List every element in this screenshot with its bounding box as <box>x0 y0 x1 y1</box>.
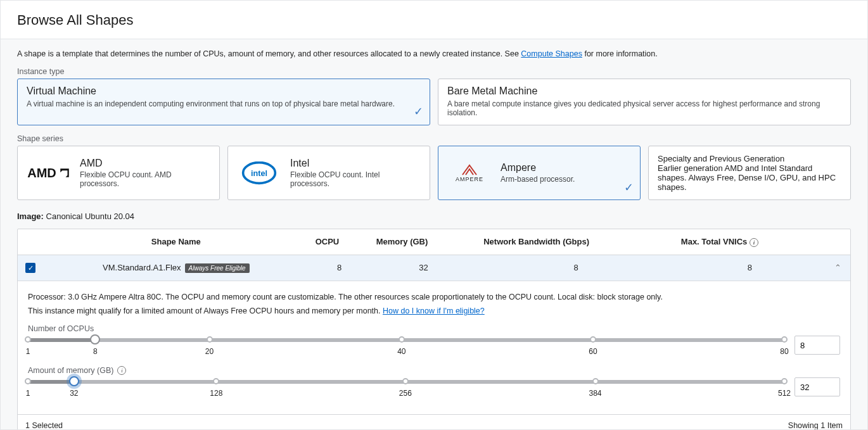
table-row[interactable]: ✓ VM.Standard.A1.FlexAlways Free Eligibl… <box>18 255 850 281</box>
table-footer: 1 Selected Showing 1 Item <box>18 414 850 430</box>
eligibility-link[interactable]: How do I know if I'm eligible? <box>383 307 485 315</box>
ampere-logo-icon: AMPERE <box>447 158 492 187</box>
image-value: Canonical Ubuntu 20.04 <box>46 212 135 221</box>
slider-thumb[interactable] <box>69 376 79 386</box>
bandwidth-cell: 8 <box>477 255 675 281</box>
memory-slider-block: Amount of memory (GB) i <box>28 366 840 399</box>
checkmark-icon: ✓ <box>624 180 634 194</box>
shape-name-cell: VM.Standard.A1.FlexAlways Free Eligible <box>43 255 309 281</box>
series-specialty[interactable]: Specialty and Previous Generation Earlie… <box>648 146 851 200</box>
col-bandwidth: Network Bandwidth (Gbps) <box>477 229 675 255</box>
memory-input[interactable] <box>795 377 840 396</box>
shape-series-label: Shape series <box>17 134 851 143</box>
series-sub: Flexible OCPU count. AMD processors. <box>80 170 210 188</box>
always-free-badge: Always Free Eligible <box>185 263 250 273</box>
card-sub: A bare metal compute instance gives you … <box>447 99 841 117</box>
ocpu-slider[interactable]: 1 8 20 40 60 80 <box>28 336 784 357</box>
instance-type-options: Virtual Machine A virtual machine is an … <box>17 79 851 125</box>
intel-logo-icon: intel <box>237 158 281 187</box>
series-title: AMD <box>80 158 210 169</box>
col-memory: Memory (GB) <box>370 229 478 255</box>
free-tier-note: This instance might qualify for a limite… <box>28 307 840 315</box>
collapse-row-button[interactable]: ⌃ <box>825 255 850 281</box>
vnics-cell: 8 <box>675 255 825 281</box>
instance-type-bare-metal[interactable]: Bare Metal Machine A bare metal compute … <box>438 79 851 125</box>
series-ampere[interactable]: AMPERE Ampere Arm-based processor. ✓ <box>438 146 641 200</box>
series-intel[interactable]: intel Intel Flexible OCPU count. Intel p… <box>227 146 430 200</box>
panel-body: A shape is a template that determines th… <box>1 39 867 430</box>
col-shape-name: Shape Name <box>43 229 309 255</box>
select-all-header <box>18 229 43 255</box>
showing-count: Showing 1 Item <box>788 421 843 430</box>
series-title: Ampere <box>501 162 575 174</box>
ocpu-slider-label: Number of OCPUs <box>28 324 840 333</box>
instance-type-label: Instance type <box>17 67 851 76</box>
series-sub: Flexible OCPU count. Intel processors. <box>290 170 421 188</box>
expand-header <box>825 229 850 255</box>
series-amd[interactable]: AMD AMD Flexible OCPU count. AMD process… <box>17 146 220 200</box>
col-ocpu: OCPU <box>309 229 370 255</box>
description-text: A shape is a template that determines th… <box>17 49 521 58</box>
panel-header: Browse All Shapes <box>1 1 867 39</box>
info-icon[interactable]: i <box>750 238 758 247</box>
page-title: Browse All Shapes <box>17 12 851 28</box>
card-title: Bare Metal Machine <box>447 85 841 97</box>
selected-count: 1 Selected <box>25 421 63 430</box>
image-line: Image: Canonical Ubuntu 20.04 <box>17 212 851 221</box>
series-sub: Earlier generation AMD and Intel Standar… <box>658 163 841 192</box>
series-title: Specialty and Previous Generation <box>658 154 841 163</box>
memory-slider[interactable]: 1 32 128 256 384 512 <box>28 377 784 399</box>
checkmark-icon: ✓ <box>414 104 423 118</box>
table-header-row: Shape Name OCPU Memory (GB) Network Band… <box>18 229 850 255</box>
description-text-after: for more information. <box>582 49 658 58</box>
table-row-detail: Processor: 3.0 GHz Ampere Altra 80C. The… <box>18 281 850 415</box>
svg-text:intel: intel <box>251 169 267 178</box>
col-vnics: Max. Total VNICs i <box>675 229 825 255</box>
info-icon[interactable]: i <box>117 366 126 375</box>
card-title: Virtual Machine <box>27 85 421 97</box>
image-label: Image: <box>17 212 44 221</box>
compute-shapes-link[interactable]: Compute Shapes <box>521 49 582 58</box>
series-title: Intel <box>290 158 421 169</box>
slider-thumb[interactable] <box>90 334 100 345</box>
row-checkbox[interactable]: ✓ <box>25 263 35 273</box>
shape-series-options: AMD AMD Flexible OCPU count. AMD process… <box>17 146 851 200</box>
ocpu-slider-block: Number of OCPUs <box>28 324 840 357</box>
ocpu-input[interactable] <box>795 336 840 355</box>
memory-slider-label: Amount of memory (GB) i <box>28 366 840 375</box>
processor-description: Processor: 3.0 GHz Ampere Altra 80C. The… <box>28 293 840 301</box>
instance-type-virtual-machine[interactable]: Virtual Machine A virtual machine is an … <box>17 79 430 125</box>
amd-logo-icon: AMD <box>27 158 71 187</box>
memory-cell: 32 <box>370 255 478 281</box>
ocpu-cell: 8 <box>309 255 370 281</box>
description: A shape is a template that determines th… <box>17 49 851 58</box>
shapes-table: Shape Name OCPU Memory (GB) Network Band… <box>17 229 851 430</box>
browse-shapes-panel: Browse All Shapes A shape is a template … <box>0 0 868 430</box>
card-sub: A virtual machine is an independent comp… <box>27 99 421 108</box>
series-sub: Arm-based processor. <box>501 175 575 184</box>
chevron-up-icon: ⌃ <box>834 263 841 272</box>
